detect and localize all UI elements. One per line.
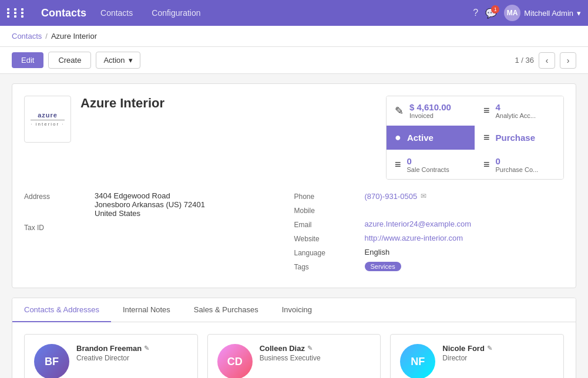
purchase-icon: ≡	[483, 131, 490, 144]
phone-value: (870)-931-0505 ✉	[365, 191, 553, 201]
contacts-grid: BF Brandon Freeman ✎ Creative Director b…	[24, 334, 564, 378]
contact-edit-icon-colleen[interactable]: ✎	[307, 345, 313, 352]
nav-configuration[interactable]: Configuration	[147, 6, 205, 20]
contact-name-nicole: Nicole Ford ✎	[442, 344, 554, 353]
user-menu[interactable]: MA Mitchell Admin ▾	[504, 5, 581, 21]
email-value[interactable]: azure.Interior24@example.com	[365, 220, 553, 229]
field-language: Language English	[294, 248, 553, 257]
email-label: Email	[294, 220, 365, 229]
tab-contacts-addresses[interactable]: Contacts & Addresses	[12, 298, 111, 322]
purchase-contracts-label: Purchase Co...	[496, 166, 539, 173]
contact-title-colleen: Business Executive	[260, 354, 371, 362]
tab-sales-purchases[interactable]: Sales & Purchases	[182, 298, 270, 322]
action-button[interactable]: Action ▾	[96, 52, 140, 69]
phone-link[interactable]: (870)-931-0505	[365, 192, 418, 201]
field-section-left: Address 3404 Edgewood Road Jonesboro Ark…	[24, 191, 294, 276]
avatar-brandon: BF	[34, 344, 69, 378]
action-dropdown-icon: ▾	[129, 56, 133, 65]
app-grid-icon[interactable]	[7, 8, 27, 18]
main-content: azure · interior · Azure Interior ✎ $ 4,…	[0, 74, 588, 378]
field-section-right: Phone (870)-931-0505 ✉ Mobile Email azur…	[294, 191, 565, 276]
record-nav: 1 / 36 ‹ ›	[515, 52, 576, 69]
contact-header-colleen: CD Colleen Diaz ✎ Business Executive	[217, 344, 371, 378]
field-taxid: Tax ID	[24, 222, 283, 232]
logo-text-azure: azure	[38, 112, 58, 119]
breadcrumb-parent[interactable]: Contacts	[12, 32, 42, 41]
mobile-value	[365, 205, 553, 215]
tab-internal-notes[interactable]: Internal Notes	[111, 298, 182, 322]
contact-info-brandon: Brandon Freeman ✎ Creative Director	[76, 344, 188, 362]
taxid-value	[95, 222, 283, 232]
help-icon[interactable]: ?	[473, 8, 478, 18]
breadcrumb-separator: /	[45, 32, 48, 41]
invoiced-value: $ 4,610.00	[409, 102, 451, 112]
field-tags: Tags Services	[294, 262, 553, 271]
taxid-label: Tax ID	[24, 222, 95, 232]
contact-edit-icon-nicole[interactable]: ✎	[487, 345, 492, 352]
stat-active[interactable]: ● Active	[387, 126, 475, 150]
chat-icon[interactable]: 💬 1	[485, 8, 497, 19]
user-name: Mitchell Admin	[524, 9, 573, 18]
tabs-container: Contacts & Addresses Internal Notes Sale…	[12, 298, 576, 378]
prev-record-button[interactable]: ‹	[539, 52, 555, 69]
contact-header-nicole: NF Nicole Ford ✎ Director	[400, 344, 554, 378]
stat-sale-contracts[interactable]: ≡ 0 Sale Contracts	[387, 150, 475, 179]
tabs-content: BF Brandon Freeman ✎ Creative Director b…	[12, 322, 576, 378]
invoiced-label: Invoiced	[409, 112, 451, 119]
analytic-value: 4	[496, 102, 536, 112]
chat-badge: 1	[491, 5, 499, 14]
tag-services[interactable]: Services	[365, 262, 401, 271]
company-name: Azure Interior	[80, 96, 164, 111]
breadcrumb: Contacts / Azure Interior	[0, 26, 588, 47]
language-label: Language	[294, 248, 365, 257]
mobile-label: Mobile	[294, 205, 365, 215]
phone-email-icon[interactable]: ✉	[421, 192, 426, 200]
logo-text-interior: · interior ·	[31, 120, 64, 127]
purchase-contracts-icon: ≡	[483, 158, 490, 171]
create-button[interactable]: Create	[48, 52, 91, 69]
contact-edit-icon-brandon[interactable]: ✎	[144, 345, 149, 352]
contact-title-nicole: Director	[442, 354, 554, 362]
language-value: English	[365, 248, 553, 257]
field-address: Address 3404 Edgewood Road Jonesboro Ark…	[24, 191, 283, 218]
contact-info-nicole: Nicole Ford ✎ Director	[442, 344, 554, 362]
invoiced-icon: ✎	[395, 104, 404, 117]
toolbar: Edit Create Action ▾ 1 / 36 ‹ ›	[0, 47, 588, 74]
fields-grid: Address 3404 Edgewood Road Jonesboro Ark…	[24, 191, 564, 276]
field-mobile: Mobile	[294, 205, 553, 215]
record-header: azure · interior · Azure Interior ✎ $ 4,…	[24, 96, 564, 180]
tab-invoicing[interactable]: Invoicing	[270, 298, 324, 322]
stat-purchase[interactable]: ≡ Purchase	[475, 126, 563, 150]
purchase-contracts-value: 0	[496, 156, 539, 166]
topnav-links: Contacts Configuration	[96, 6, 206, 20]
next-record-button[interactable]: ›	[560, 52, 576, 69]
phone-label: Phone	[294, 191, 365, 201]
address-value: 3404 Edgewood Road Jonesboro Arkansas (U…	[95, 191, 283, 218]
contact-info-colleen: Colleen Diaz ✎ Business Executive	[260, 344, 371, 362]
stat-invoiced[interactable]: ✎ $ 4,610.00 Invoiced	[387, 96, 475, 125]
active-value: Active	[407, 133, 434, 143]
user-dropdown-icon: ▾	[577, 9, 581, 18]
website-label: Website	[294, 234, 365, 243]
analytic-icon: ≡	[483, 104, 490, 117]
nav-contacts[interactable]: Contacts	[96, 6, 137, 20]
app-name: Contacts	[41, 7, 86, 19]
contact-title-brandon: Creative Director	[76, 354, 188, 362]
website-value[interactable]: http://www.azure-interior.com	[365, 234, 553, 243]
sale-contracts-label: Sale Contracts	[407, 166, 449, 173]
avatar-nicole: NF	[400, 344, 435, 378]
field-phone: Phone (870)-931-0505 ✉	[294, 191, 553, 201]
record-card: azure · interior · Azure Interior ✎ $ 4,…	[12, 83, 576, 288]
contact-name-brandon: Brandon Freeman ✎	[76, 344, 188, 353]
contact-card-nicole: NF Nicole Ford ✎ Director nicole.ford75@…	[390, 334, 564, 378]
tabs-header: Contacts & Addresses Internal Notes Sale…	[12, 298, 576, 322]
edit-button[interactable]: Edit	[12, 52, 43, 68]
contact-header-brandon: BF Brandon Freeman ✎ Creative Director	[34, 344, 188, 378]
active-icon: ●	[395, 131, 401, 144]
topnav-right: ? 💬 1 MA Mitchell Admin ▾	[473, 5, 581, 21]
analytic-label: Analytic Acc...	[496, 112, 536, 119]
sale-contracts-value: 0	[407, 156, 449, 166]
stat-analytic[interactable]: ≡ 4 Analytic Acc...	[475, 96, 563, 125]
stat-purchase-contracts[interactable]: ≡ 0 Purchase Co...	[475, 150, 563, 179]
sale-contracts-icon: ≡	[395, 158, 401, 171]
